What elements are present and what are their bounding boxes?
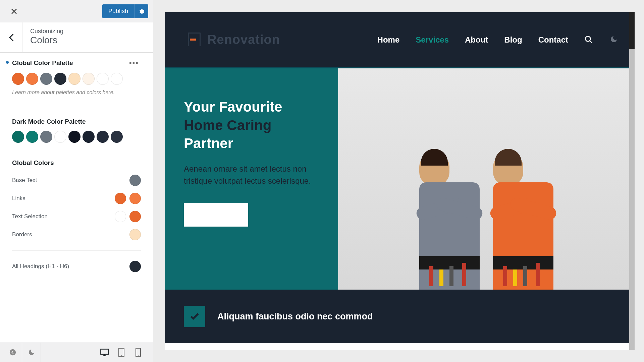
color-swatch[interactable] <box>129 211 141 222</box>
feature-bar: Aliquam faucibus odio nec commod <box>165 290 635 343</box>
desktop-icon <box>100 348 109 357</box>
global-color-row: All Headings (H1 - H6) <box>0 257 153 276</box>
publish-button[interactable]: Publish <box>102 4 134 18</box>
dark-mode-toggle[interactable] <box>22 343 41 362</box>
global-color-row: Base Text <box>0 171 153 189</box>
palette-swatch[interactable] <box>111 131 123 143</box>
color-row-swatches <box>129 229 141 240</box>
site-header: Renovation HomeServicesAboutBlogContact <box>165 12 635 68</box>
preview-area: Renovation HomeServicesAboutBlogContact … <box>153 0 644 362</box>
color-row-label: Borders <box>12 231 32 238</box>
feature-check-box <box>184 306 205 327</box>
palette-swatch[interactable] <box>54 131 66 143</box>
chevron-left-icon <box>9 33 14 42</box>
color-row-label: Links <box>12 195 25 202</box>
color-row-label: Base Text <box>12 177 37 184</box>
tablet-icon <box>117 348 125 357</box>
dark-palette-title: Dark Mode Color Palette <box>12 118 86 125</box>
mobile-icon <box>135 348 141 357</box>
search-button[interactable] <box>584 35 594 45</box>
color-swatch[interactable] <box>129 261 141 272</box>
device-mobile-button[interactable] <box>133 347 144 358</box>
palette-swatch[interactable] <box>68 73 80 85</box>
theme-toggle[interactable] <box>610 35 619 45</box>
palette-swatch[interactable] <box>26 131 38 143</box>
color-row-swatches <box>115 211 141 222</box>
global-color-row: Borders <box>0 226 153 244</box>
svg-point-5 <box>138 355 139 356</box>
color-row-label: Text Selection <box>12 213 48 220</box>
color-row-swatches <box>115 193 141 204</box>
dark-palette-swatches <box>12 131 141 143</box>
close-button[interactable] <box>6 3 22 19</box>
color-swatch[interactable] <box>115 193 126 204</box>
device-desktop-button[interactable] <box>99 347 110 358</box>
device-tablet-button[interactable] <box>116 347 127 358</box>
chevron-left-circle-icon <box>9 349 16 356</box>
feature-text: Aliquam faucibus odio nec commod <box>217 311 373 322</box>
color-swatch[interactable] <box>129 229 141 240</box>
panel-title-bar: Customizing Colors <box>0 22 153 53</box>
back-button[interactable] <box>0 22 23 52</box>
nav-item[interactable]: Home <box>377 35 400 45</box>
logo-text: Renovation <box>207 33 280 47</box>
moon-icon <box>28 349 35 356</box>
logo-icon <box>186 33 201 47</box>
person-illustration <box>419 152 480 290</box>
nav-item[interactable]: About <box>465 35 488 45</box>
scrollbar-thumb[interactable] <box>629 12 635 49</box>
palette-swatch[interactable] <box>97 131 109 143</box>
palette-hint-link[interactable]: Learn more about palettes and colors her… <box>12 89 141 96</box>
nav-item[interactable]: Blog <box>504 35 522 45</box>
hero-text: Aenean ornare sit amet lectus non tristi… <box>184 163 323 187</box>
nav-item[interactable]: Services <box>416 35 449 45</box>
site-logo[interactable]: Renovation <box>186 33 280 47</box>
palette-swatch[interactable] <box>40 73 52 85</box>
global-palette-section: Global Color Palette ••• Learn more abou… <box>0 53 153 98</box>
color-swatch[interactable] <box>129 193 141 204</box>
palette-swatch[interactable] <box>54 73 66 85</box>
palette-more-button[interactable]: ••• <box>127 59 141 67</box>
color-swatch[interactable] <box>115 211 126 222</box>
hero-section: Your Favourite Home Caring Partner Aenea… <box>165 68 635 290</box>
global-colors-list: Base TextLinksText SelectionBordersAll H… <box>0 171 153 276</box>
publish-group: Publish <box>102 4 148 18</box>
palette-swatch[interactable] <box>12 131 24 143</box>
palette-swatch[interactable] <box>40 131 52 143</box>
moon-icon <box>610 35 618 43</box>
palette-swatch[interactable] <box>68 131 80 143</box>
site-nav: HomeServicesAboutBlogContact <box>377 35 619 45</box>
hero-title: Your Favourite Home Caring Partner <box>184 98 323 153</box>
palette-swatch[interactable] <box>12 73 24 85</box>
global-colors-title: Global Colors <box>0 159 153 171</box>
check-icon <box>189 311 200 322</box>
person-illustration <box>493 152 553 290</box>
palette-swatch[interactable] <box>83 131 95 143</box>
svg-point-0 <box>9 349 15 355</box>
publish-settings-button[interactable] <box>134 4 148 18</box>
color-swatch[interactable] <box>129 175 141 186</box>
hero-cta-button[interactable] <box>184 203 248 227</box>
palette-swatch[interactable] <box>26 73 38 85</box>
palette-swatch[interactable] <box>83 73 95 85</box>
hero-image <box>338 68 635 290</box>
palette-swatch[interactable] <box>111 73 123 85</box>
modified-indicator <box>6 61 9 64</box>
page-title: Colors <box>30 35 63 46</box>
sidebar-header: Publish <box>0 0 153 22</box>
sidebar-footer <box>0 342 153 362</box>
breadcrumb: Customizing <box>30 28 63 35</box>
hide-controls-button[interactable] <box>3 343 22 362</box>
search-icon <box>584 35 593 44</box>
hero-title-before: Your Favourite <box>184 99 282 115</box>
global-color-row: Text Selection <box>0 207 153 226</box>
dark-palette-section: Dark Mode Color Palette <box>0 112 153 150</box>
gear-icon <box>139 8 145 14</box>
nav-item[interactable]: Contact <box>538 35 568 45</box>
customizer-sidebar: Publish Customizing Colors Global Color … <box>0 0 153 362</box>
hero-content: Your Favourite Home Caring Partner Aenea… <box>165 68 338 290</box>
preview-scrollbar[interactable] <box>629 12 635 350</box>
svg-point-6 <box>585 36 590 41</box>
palette-swatch[interactable] <box>97 73 109 85</box>
svg-rect-1 <box>101 349 108 354</box>
